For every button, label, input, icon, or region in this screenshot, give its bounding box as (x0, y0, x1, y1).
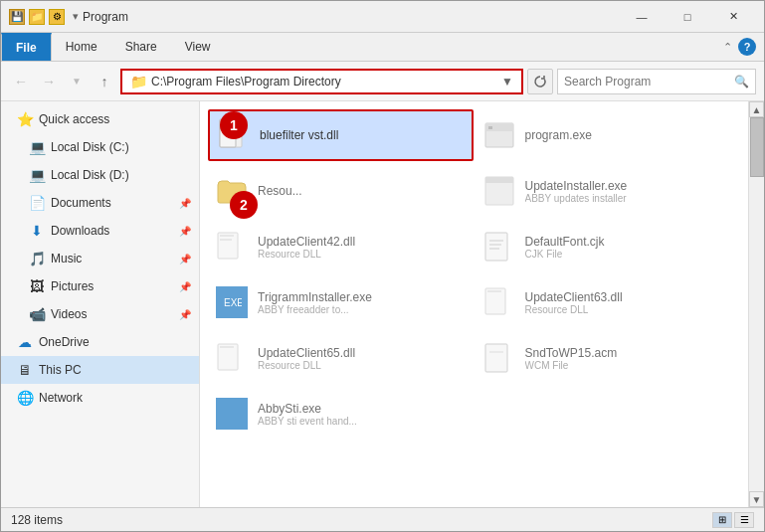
back-button[interactable]: ← (9, 70, 33, 93)
close-button[interactable]: ✕ (710, 1, 756, 33)
properties-icon: ⚙ (49, 9, 65, 25)
sidebar-label-onedrive: OneDrive (39, 335, 191, 349)
refresh-button[interactable] (527, 69, 553, 94)
up-arrow-icon: ⌃ (723, 41, 732, 54)
sndtowp15-icon (481, 340, 517, 376)
sidebar-label-pictures: Pictures (51, 279, 173, 293)
scroll-thumb[interactable] (750, 117, 764, 177)
tab-home[interactable]: Home (52, 33, 111, 61)
svg-rect-12 (485, 177, 513, 183)
address-text: C:\Program Files\Program Directory (151, 75, 497, 89)
sidebar-item-network[interactable]: 🌐 Network (1, 384, 199, 412)
maximize-button[interactable]: □ (665, 1, 710, 33)
file-item-updateinstaller[interactable]: UpdateInstaller.exe ABBY updates install… (476, 165, 741, 217)
sidebar-label-videos: Videos (51, 307, 173, 321)
updateclient65-desc: Resource DLL (258, 360, 468, 371)
scroll-down-button[interactable]: ▼ (749, 491, 764, 507)
updateclient42-icon (214, 229, 250, 265)
trigramm-desc: ABBY freeadder to... (258, 304, 468, 315)
file-item-trigramm[interactable]: EXE TrigrammInstaller.exe ABBY freeadder… (208, 276, 474, 328)
sidebar-label-local-c: Local Disk (C:) (51, 140, 191, 154)
sidebar-label-documents: Documents (51, 196, 173, 210)
sidebar-item-pictures[interactable]: 🖼 Pictures 📌 (1, 272, 199, 300)
defaultfont-icon (481, 229, 517, 265)
file-item-updateclient42[interactable]: UpdateClient42.dll Resource DLL (208, 221, 474, 272)
search-box[interactable]: 🔍 (557, 69, 756, 94)
sidebar-item-local-d[interactable]: 💻 Local Disk (D:) (1, 161, 199, 189)
defaultfont-desc: CJK File (525, 249, 735, 260)
sidebar-item-local-c[interactable]: 💻 Local Disk (C:) (1, 133, 199, 161)
grid-view-button[interactable]: ⊞ (712, 512, 732, 528)
videos-icon: 📹 (29, 306, 45, 322)
defaultfont-info: DefaultFont.cjk CJK File (525, 235, 735, 260)
address-dropdown-icon[interactable]: ▼ (501, 75, 513, 89)
updateclient63-desc: Resource DLL (525, 304, 735, 315)
sidebar-item-this-pc[interactable]: 🖥 This PC (1, 356, 199, 384)
search-icon[interactable]: 🔍 (734, 75, 749, 89)
updateclient63-icon (481, 284, 517, 320)
tab-file[interactable]: File (1, 33, 52, 61)
updateinstaller-name: UpdateInstaller.exe (525, 179, 735, 193)
file-item-bluefilter[interactable]: bluefilter vst.dll (208, 109, 474, 161)
window: 💾 📁 ⚙ ▾ Program — □ ✕ File Home Share Vi… (0, 0, 765, 532)
new-folder-icon: 📁 (29, 9, 45, 25)
view-buttons: ⊞ ☰ (712, 512, 754, 528)
refresh-icon (533, 75, 547, 89)
documents-icon: 📄 (29, 195, 45, 211)
tab-view[interactable]: View (171, 33, 225, 61)
tab-share[interactable]: Share (111, 33, 171, 61)
sidebar-item-documents[interactable]: 📄 Documents 📌 (1, 189, 199, 217)
pictures-icon: 🖼 (29, 278, 45, 294)
file-item-updateclient63[interactable]: UpdateClient63.dll Resource DLL (476, 276, 741, 328)
sidebar-label-this-pc: This PC (39, 363, 191, 377)
list-view-button[interactable]: ☰ (734, 512, 754, 528)
svg-rect-24 (220, 346, 234, 348)
sidebar-item-onedrive[interactable]: ☁ OneDrive (1, 328, 199, 356)
scroll-track (749, 117, 764, 491)
up-button[interactable]: ↑ (93, 70, 116, 93)
svg-text:EXE: EXE (224, 297, 242, 308)
window-title: Program (83, 10, 619, 24)
title-bar-icons: 💾 📁 ⚙ (9, 9, 65, 25)
search-input[interactable] (564, 75, 734, 89)
svg-rect-25 (485, 344, 507, 372)
title-bar: 💾 📁 ⚙ ▾ Program — □ ✕ (1, 1, 764, 33)
title-separator: ▾ (73, 10, 79, 23)
svg-point-3 (228, 129, 232, 133)
recent-button[interactable]: ▼ (65, 70, 89, 93)
help-icon[interactable]: ? (738, 38, 756, 56)
folder-address-icon: 📁 (130, 74, 147, 89)
scroll-up-button[interactable]: ▲ (749, 101, 764, 117)
forward-button[interactable]: → (37, 70, 61, 93)
ribbon-tabs: File Home Share View ⌃ ? (1, 33, 764, 61)
sidebar-item-downloads[interactable]: ⬇ Downloads 📌 (1, 217, 199, 245)
sidebar-item-quick-access[interactable]: ⭐ Quick access (1, 105, 199, 133)
updateinstaller-desc: ABBY updates installer (525, 193, 735, 204)
scrollbar[interactable]: ▲ ▼ (748, 101, 764, 507)
downloads-pin-icon: 📌 (179, 226, 191, 237)
videos-pin-icon: 📌 (179, 309, 191, 320)
program-exe-name: program.exe (525, 128, 735, 142)
sndtowp15-desc: WCM File (525, 360, 735, 371)
minimize-button[interactable]: — (619, 1, 665, 33)
updateclient42-info: UpdateClient42.dll Resource DLL (258, 235, 468, 260)
address-input[interactable]: 📁 C:\Program Files\Program Directory ▼ (120, 69, 523, 94)
sidebar-label-music: Music (51, 252, 173, 266)
file-item-program-exe[interactable]: program.exe (476, 109, 741, 161)
resource-icon (214, 173, 250, 209)
music-pin-icon: 📌 (179, 254, 191, 265)
file-item-updateclient65[interactable]: UpdateClient65.dll Resource DLL (208, 332, 474, 384)
file-item-resource[interactable]: Resou... (208, 165, 474, 217)
svg-rect-14 (220, 235, 234, 237)
bluefilter-name: bluefilter vst.dll (260, 128, 466, 142)
file-item-sndtowp15[interactable]: SndToWP15.acm WCM File (476, 332, 741, 384)
file-item-abbysti[interactable]: AbbySti.exe ABBY sti event hand... (208, 388, 474, 440)
sidebar-item-videos[interactable]: 📹 Videos 📌 (1, 300, 199, 328)
sidebar-item-music[interactable]: 🎵 Music 📌 (1, 245, 199, 272)
updateclient42-name: UpdateClient42.dll (258, 235, 468, 249)
trigramm-exe-block: EXE (216, 286, 248, 318)
file-grid: bluefilter vst.dll program.exe (200, 101, 748, 507)
sndtowp15-name: SndToWP15.acm (525, 346, 735, 360)
svg-rect-16 (485, 233, 507, 261)
file-item-defaultfont[interactable]: DefaultFont.cjk CJK File (476, 221, 741, 272)
